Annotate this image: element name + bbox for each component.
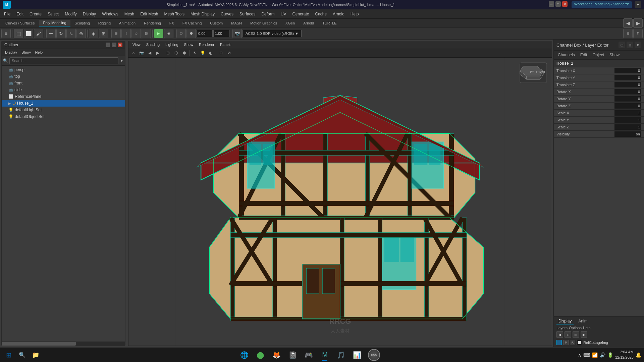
- soft-mod[interactable]: ◈: [89, 29, 98, 38]
- start-button[interactable]: ⊞: [3, 349, 15, 361]
- channel-row-scale-z[interactable]: Scale Z: [554, 124, 644, 131]
- snap-point[interactable]: ◇: [131, 29, 141, 38]
- channel-tab-show[interactable]: Show: [608, 52, 621, 58]
- viewport-menu-show[interactable]: Show: [181, 42, 196, 47]
- viewport-menu-view[interactable]: View: [130, 42, 143, 47]
- view-next-cam[interactable]: ▶: [154, 49, 161, 57]
- outliner-item-persp[interactable]: 📹 persp: [2, 66, 125, 73]
- menu-mesh-display[interactable]: Mesh Display: [188, 11, 217, 17]
- close-button[interactable]: ✕: [562, 1, 568, 7]
- taskbar-app-powerpoint[interactable]: 📊: [350, 348, 364, 362]
- tab-poly-modeling[interactable]: Poly Modeling: [39, 20, 70, 26]
- outliner-menu-show[interactable]: Show: [19, 50, 33, 55]
- taskbar-sound[interactable]: 🔊: [600, 352, 605, 358]
- menu-windows[interactable]: Windows: [99, 11, 121, 17]
- menu-curves[interactable]: Curves: [218, 11, 236, 17]
- view-home[interactable]: ⌂: [130, 49, 137, 57]
- camera-settings[interactable]: 📷: [232, 29, 242, 38]
- tab-xgen[interactable]: XGen: [281, 20, 299, 26]
- outliner-minimize[interactable]: ─: [106, 43, 110, 47]
- minimize-button[interactable]: ─: [549, 1, 554, 7]
- layer-menu-help[interactable]: Help: [583, 326, 591, 330]
- tab-turtle[interactable]: TURTLE: [318, 20, 341, 26]
- outliner-restore[interactable]: □: [112, 43, 116, 47]
- view-grid[interactable]: ⊞: [164, 49, 172, 57]
- outliner-menu-display[interactable]: Display: [3, 50, 19, 55]
- menu-display[interactable]: Display: [80, 11, 99, 17]
- menu-modify[interactable]: Modify: [62, 11, 79, 17]
- channel-row-translate-y[interactable]: Translate Y: [554, 74, 644, 81]
- layer-p-button[interactable]: P: [563, 340, 569, 345]
- menu-surfaces[interactable]: Surfaces: [237, 11, 258, 17]
- taskbar-app-firefox[interactable]: 🦊: [269, 348, 284, 362]
- channel-value-visibility[interactable]: [614, 131, 641, 137]
- layer-display-button[interactable]: ⬜: [577, 340, 582, 345]
- tab-fx[interactable]: FX: [165, 20, 178, 26]
- tab-curves-surfaces[interactable]: Curves / Surfaces: [1, 20, 39, 26]
- outliner-item-front[interactable]: 📹 front: [2, 80, 125, 86]
- channel-value-rotate-x[interactable]: [614, 89, 641, 95]
- view-lighting2[interactable]: 💡: [199, 49, 206, 57]
- toolbar-value2[interactable]: 1.00: [213, 30, 229, 37]
- renderer-selector[interactable]: ACES 1.0 SDR-video (sRGB) ▼: [243, 30, 302, 37]
- search-dropdown-arrow[interactable]: ▼: [120, 58, 124, 63]
- menu-deform[interactable]: Deform: [259, 11, 277, 17]
- snap-view[interactable]: ⊡: [142, 29, 151, 38]
- taskbar-time-display[interactable]: 2:04 AM 12/12/2023: [615, 350, 634, 360]
- select-tool[interactable]: ⬚: [14, 29, 23, 38]
- outliner-menu-help[interactable]: Help: [33, 50, 45, 55]
- view-isolate[interactable]: ⊙: [217, 49, 225, 57]
- viewport-menu-lighting[interactable]: Lighting: [163, 42, 181, 47]
- tab-motion-graphics[interactable]: Motion Graphics: [246, 20, 281, 26]
- channel-icon3[interactable]: ⚙: [635, 42, 641, 48]
- maximize-button[interactable]: □: [555, 1, 561, 7]
- layer-item-refcottage[interactable]: P R ⬜ RefCottageImg: [556, 339, 641, 346]
- tab-arnold[interactable]: Arnold: [299, 20, 318, 26]
- channel-row-rotate-z[interactable]: Rotate Z: [554, 103, 644, 110]
- move-tool[interactable]: ✛: [46, 29, 56, 38]
- taskbar-wifi[interactable]: 📶: [592, 352, 598, 358]
- menu-edit[interactable]: Edit: [14, 11, 26, 17]
- workspace-dropdown[interactable]: ▼: [635, 1, 641, 8]
- menu-mesh-tools[interactable]: Mesh Tools: [162, 11, 187, 17]
- scale-tool[interactable]: ⤡: [66, 29, 76, 38]
- viewport[interactable]: View Shading Lighting Show Renderer Pane…: [128, 41, 552, 346]
- layer-forward-btn[interactable]: ▷: [573, 331, 579, 338]
- outliner-item-lightset[interactable]: 💡 defaultLightSet: [2, 107, 125, 113]
- render-region[interactable]: ▶: [154, 29, 163, 38]
- show-manip[interactable]: ⊞: [99, 29, 108, 38]
- taskbar-notifications[interactable]: 🔔: [636, 352, 641, 358]
- channel-row-visibility[interactable]: Visibility: [554, 131, 644, 138]
- view-shaded[interactable]: ⬢: [180, 49, 188, 57]
- taskbar-app-steam[interactable]: 🎮: [301, 348, 316, 362]
- outliner-close[interactable]: ✕: [118, 43, 122, 47]
- channel-tab-object[interactable]: Object: [591, 52, 605, 58]
- channel-value-translate-y[interactable]: [614, 75, 641, 80]
- taskbar-app-maya[interactable]: M: [317, 348, 332, 362]
- channel-value-scale-y[interactable]: [614, 117, 641, 123]
- taskbar-app-onenote[interactable]: 📓: [285, 348, 300, 362]
- menu-help[interactable]: Help: [348, 11, 362, 17]
- input-ops[interactable]: ⬡: [176, 29, 186, 38]
- taskbar-chevron[interactable]: ∧: [578, 352, 581, 358]
- tab-animation[interactable]: Animation: [115, 20, 140, 26]
- channel-row-translate-z[interactable]: Translate Z: [554, 81, 644, 88]
- channel-row-rotate-x[interactable]: Rotate X: [554, 88, 644, 96]
- layer-menu-layers[interactable]: Layers: [556, 326, 568, 330]
- toolbar-value1[interactable]: 0.00: [197, 30, 213, 37]
- outliner-item-top[interactable]: 📹 top: [2, 73, 125, 80]
- tab-custom[interactable]: Custom: [206, 20, 227, 26]
- menu-generate[interactable]: Generate: [289, 11, 312, 17]
- channel-icon2[interactable]: ⊞: [627, 42, 633, 48]
- channel-value-scale-x[interactable]: [614, 110, 641, 116]
- snap-curve[interactable]: ⌇: [121, 29, 131, 38]
- output-ops[interactable]: ⬢: [186, 29, 196, 38]
- menu-create[interactable]: Create: [27, 11, 44, 17]
- tool-settings-toggle[interactable]: ⚙: [633, 29, 643, 38]
- search-input[interactable]: [9, 57, 118, 64]
- taskbar-app-chrome[interactable]: ⬤: [253, 348, 268, 362]
- taskbar-app-music[interactable]: 🎵: [333, 348, 348, 362]
- channel-value-translate-x[interactable]: [614, 68, 641, 73]
- viewport-content[interactable]: PY FRONT persp RRCG 人人素材: [128, 58, 552, 346]
- taskbar-search[interactable]: 🔍: [16, 349, 28, 361]
